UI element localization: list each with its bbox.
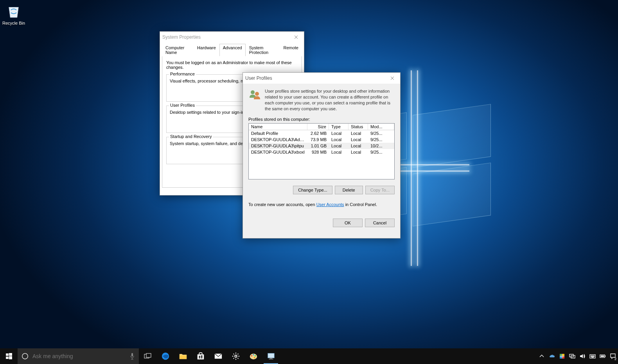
cell-type: Local <box>329 143 349 149</box>
col-modified[interactable]: Mod... <box>368 124 394 130</box>
tray-security-icon[interactable] <box>557 348 567 364</box>
cortana-icon <box>22 353 29 360</box>
tray-onedrive-icon[interactable] <box>547 348 557 364</box>
svg-point-21 <box>253 354 254 356</box>
cell-name: DESKTOP-GUUDLA3\Admin... <box>249 136 307 143</box>
ok-button[interactable]: OK <box>333 219 363 227</box>
svg-point-18 <box>235 355 237 357</box>
desktop-icon-recycle-bin[interactable]: Recycle Bin <box>2 3 25 25</box>
cell-name: DESKTOP-GUUDLA3\pitpu <box>249 143 307 149</box>
col-size[interactable]: Size <box>307 124 329 130</box>
task-view-button[interactable] <box>139 348 156 364</box>
delete-button[interactable]: Delete <box>335 186 363 194</box>
app-settings[interactable] <box>227 348 244 364</box>
dialog-description: User profiles store settings for your de… <box>265 88 395 111</box>
app-mail[interactable] <box>209 348 227 364</box>
cell-status: Local <box>349 136 368 143</box>
svg-rect-3 <box>9 353 12 356</box>
app-paint[interactable] <box>244 348 262 364</box>
svg-rect-15 <box>199 357 200 359</box>
svg-rect-36 <box>601 355 604 357</box>
col-type[interactable]: Type <box>329 124 349 130</box>
svg-rect-24 <box>268 353 274 358</box>
svg-rect-2 <box>6 353 9 356</box>
svg-point-1 <box>255 92 259 96</box>
svg-rect-35 <box>605 355 605 357</box>
svg-rect-27 <box>560 354 562 356</box>
microphone-icon[interactable] <box>129 353 135 360</box>
light-beam <box>417 70 418 266</box>
col-status[interactable]: Status <box>349 124 368 130</box>
app-system-properties[interactable] <box>262 348 280 364</box>
start-button[interactable] <box>0 348 18 364</box>
svg-rect-9 <box>146 353 151 357</box>
search-box[interactable] <box>18 348 139 364</box>
titlebar[interactable]: System Properties <box>160 32 304 43</box>
tab-system-protection[interactable]: System Protection <box>246 44 280 56</box>
cell-name: DESKTOP-GUUDLA3\xboxl <box>249 149 307 155</box>
svg-rect-29 <box>560 357 562 359</box>
window-title: System Properties <box>162 34 201 40</box>
tray-input-icon[interactable] <box>587 348 598 364</box>
change-type-button[interactable]: Change Type... <box>293 186 332 194</box>
tab-computer-name[interactable]: Computer Name <box>162 44 194 56</box>
tray-network-icon[interactable] <box>567 348 577 364</box>
window-user-profiles[interactable]: User Profiles User profiles store settin… <box>243 72 401 238</box>
tray-battery-icon[interactable] <box>598 348 608 364</box>
tray-show-hidden-icon[interactable] <box>537 348 547 364</box>
user-accounts-link[interactable]: User Accounts <box>316 202 344 207</box>
svg-rect-13 <box>199 356 200 357</box>
svg-rect-7 <box>131 353 133 357</box>
cell-status: Local <box>349 143 368 149</box>
close-button[interactable] <box>288 32 304 43</box>
cell-status: Local <box>349 130 368 136</box>
cell-name: Default Profile <box>249 130 307 136</box>
app-store[interactable] <box>192 348 209 364</box>
table-row[interactable]: Default Profile2.62 MBLocalLocal9/25... <box>249 130 394 136</box>
svg-rect-4 <box>6 357 9 359</box>
svg-rect-30 <box>562 357 564 359</box>
table-row[interactable]: DESKTOP-GUUDLA3\Admin...73.9 MBLocalLoca… <box>249 136 394 143</box>
tab-remote[interactable]: Remote <box>280 44 302 56</box>
cell-size: 1.01 GB <box>307 143 329 149</box>
list-label: Profiles stored on this computer: <box>248 117 395 122</box>
cell-modified: 9/25... <box>368 130 394 136</box>
svg-rect-28 <box>562 354 564 356</box>
svg-rect-11 <box>179 355 186 359</box>
svg-point-22 <box>254 355 256 357</box>
tab-strip: Computer Name Hardware Advanced System P… <box>162 43 302 56</box>
tray-action-center-icon[interactable]: 2 <box>608 348 618 364</box>
titlebar[interactable]: User Profiles <box>243 73 400 84</box>
profiles-table[interactable]: Name Size Type Status Mod... Default Pro… <box>248 123 395 179</box>
svg-point-23 <box>253 357 255 359</box>
cell-size: 73.9 MB <box>307 136 329 143</box>
app-edge[interactable] <box>156 348 174 364</box>
search-input[interactable] <box>32 353 129 359</box>
system-tray: 2 <box>537 348 618 364</box>
svg-rect-26 <box>269 359 273 359</box>
table-header[interactable]: Name Size Type Status Mod... <box>249 124 394 130</box>
cell-type: Local <box>329 130 349 136</box>
app-file-explorer[interactable] <box>174 348 192 364</box>
taskbar: 2 <box>0 348 618 364</box>
notification-badge: 2 <box>614 357 616 361</box>
desktop-icon-label: Recycle Bin <box>2 21 25 25</box>
user-profiles-icon <box>248 88 261 111</box>
close-button[interactable] <box>384 73 400 84</box>
group-legend: User Profiles <box>169 103 196 108</box>
svg-rect-12 <box>197 354 204 359</box>
svg-rect-25 <box>270 358 272 359</box>
cancel-button[interactable]: Cancel <box>365 219 395 227</box>
window-title: User Profiles <box>245 75 272 81</box>
cell-size: 928 MB <box>307 149 329 155</box>
light-beam <box>411 70 412 266</box>
tab-advanced[interactable]: Advanced <box>219 44 246 56</box>
tab-hardware[interactable]: Hardware <box>194 44 219 56</box>
table-row[interactable]: DESKTOP-GUUDLA3\pitpu1.01 GBLocalLocal10… <box>249 143 394 149</box>
cell-modified: 10/2... <box>368 143 394 149</box>
group-legend: Performance <box>169 72 196 76</box>
col-name[interactable]: Name <box>249 124 307 130</box>
table-row[interactable]: DESKTOP-GUUDLA3\xboxl928 MBLocalLocal9/2… <box>249 149 394 155</box>
tray-volume-icon[interactable] <box>577 348 587 364</box>
copy-to-button[interactable]: Copy To... <box>365 186 395 194</box>
